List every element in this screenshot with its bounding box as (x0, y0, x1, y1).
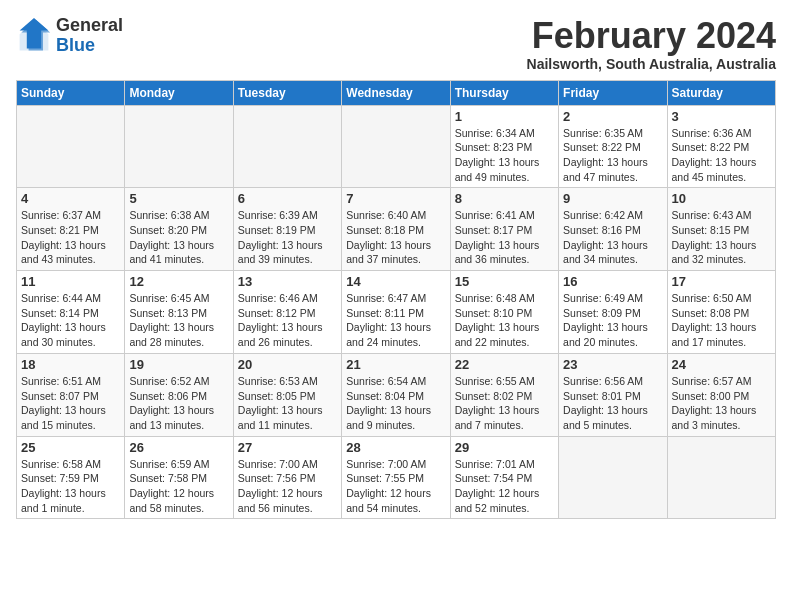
calendar-cell: 23Sunrise: 6:56 AM Sunset: 8:01 PM Dayli… (559, 353, 667, 436)
day-number: 19 (129, 357, 228, 372)
calendar-cell (17, 105, 125, 188)
calendar-cell: 3Sunrise: 6:36 AM Sunset: 8:22 PM Daylig… (667, 105, 775, 188)
day-info: Sunrise: 6:53 AM Sunset: 8:05 PM Dayligh… (238, 374, 337, 433)
day-info: Sunrise: 6:46 AM Sunset: 8:12 PM Dayligh… (238, 291, 337, 350)
location: Nailsworth, South Australia, Australia (527, 56, 776, 72)
day-number: 17 (672, 274, 771, 289)
weekday-header-thursday: Thursday (450, 80, 558, 105)
day-number: 2 (563, 109, 662, 124)
calendar-cell: 12Sunrise: 6:45 AM Sunset: 8:13 PM Dayli… (125, 271, 233, 354)
week-row-3: 11Sunrise: 6:44 AM Sunset: 8:14 PM Dayli… (17, 271, 776, 354)
day-info: Sunrise: 7:01 AM Sunset: 7:54 PM Dayligh… (455, 457, 554, 516)
calendar-cell: 16Sunrise: 6:49 AM Sunset: 8:09 PM Dayli… (559, 271, 667, 354)
calendar-cell: 13Sunrise: 6:46 AM Sunset: 8:12 PM Dayli… (233, 271, 341, 354)
day-number: 18 (21, 357, 120, 372)
calendar-cell: 6Sunrise: 6:39 AM Sunset: 8:19 PM Daylig… (233, 188, 341, 271)
calendar-cell: 22Sunrise: 6:55 AM Sunset: 8:02 PM Dayli… (450, 353, 558, 436)
weekday-header-friday: Friday (559, 80, 667, 105)
calendar-cell: 5Sunrise: 6:38 AM Sunset: 8:20 PM Daylig… (125, 188, 233, 271)
day-number: 20 (238, 357, 337, 372)
day-number: 26 (129, 440, 228, 455)
calendar-cell (125, 105, 233, 188)
calendar-cell: 8Sunrise: 6:41 AM Sunset: 8:17 PM Daylig… (450, 188, 558, 271)
day-number: 29 (455, 440, 554, 455)
calendar-cell: 10Sunrise: 6:43 AM Sunset: 8:15 PM Dayli… (667, 188, 775, 271)
day-number: 8 (455, 191, 554, 206)
day-info: Sunrise: 6:58 AM Sunset: 7:59 PM Dayligh… (21, 457, 120, 516)
day-number: 24 (672, 357, 771, 372)
title-block: February 2024 Nailsworth, South Australi… (527, 16, 776, 72)
day-info: Sunrise: 6:38 AM Sunset: 8:20 PM Dayligh… (129, 208, 228, 267)
weekday-header-row: SundayMondayTuesdayWednesdayThursdayFrid… (17, 80, 776, 105)
day-info: Sunrise: 6:40 AM Sunset: 8:18 PM Dayligh… (346, 208, 445, 267)
month-title: February 2024 (527, 16, 776, 56)
day-info: Sunrise: 6:54 AM Sunset: 8:04 PM Dayligh… (346, 374, 445, 433)
day-number: 5 (129, 191, 228, 206)
logo: General Blue (16, 16, 123, 56)
day-number: 9 (563, 191, 662, 206)
calendar-cell: 25Sunrise: 6:58 AM Sunset: 7:59 PM Dayli… (17, 436, 125, 519)
weekday-header-monday: Monday (125, 80, 233, 105)
day-number: 1 (455, 109, 554, 124)
calendar-cell: 19Sunrise: 6:52 AM Sunset: 8:06 PM Dayli… (125, 353, 233, 436)
calendar-cell (667, 436, 775, 519)
week-row-4: 18Sunrise: 6:51 AM Sunset: 8:07 PM Dayli… (17, 353, 776, 436)
logo-icon (16, 18, 52, 54)
day-info: Sunrise: 6:35 AM Sunset: 8:22 PM Dayligh… (563, 126, 662, 185)
day-number: 7 (346, 191, 445, 206)
day-number: 21 (346, 357, 445, 372)
day-number: 22 (455, 357, 554, 372)
calendar-cell: 9Sunrise: 6:42 AM Sunset: 8:16 PM Daylig… (559, 188, 667, 271)
day-info: Sunrise: 6:50 AM Sunset: 8:08 PM Dayligh… (672, 291, 771, 350)
day-number: 13 (238, 274, 337, 289)
day-info: Sunrise: 6:51 AM Sunset: 8:07 PM Dayligh… (21, 374, 120, 433)
day-info: Sunrise: 6:49 AM Sunset: 8:09 PM Dayligh… (563, 291, 662, 350)
calendar-cell (233, 105, 341, 188)
day-info: Sunrise: 7:00 AM Sunset: 7:55 PM Dayligh… (346, 457, 445, 516)
calendar-cell: 2Sunrise: 6:35 AM Sunset: 8:22 PM Daylig… (559, 105, 667, 188)
day-number: 11 (21, 274, 120, 289)
day-info: Sunrise: 6:57 AM Sunset: 8:00 PM Dayligh… (672, 374, 771, 433)
calendar-cell: 18Sunrise: 6:51 AM Sunset: 8:07 PM Dayli… (17, 353, 125, 436)
logo-general-text: General (56, 15, 123, 35)
day-info: Sunrise: 6:43 AM Sunset: 8:15 PM Dayligh… (672, 208, 771, 267)
day-info: Sunrise: 6:45 AM Sunset: 8:13 PM Dayligh… (129, 291, 228, 350)
page-header: General Blue February 2024 Nailsworth, S… (16, 16, 776, 72)
day-number: 15 (455, 274, 554, 289)
day-number: 27 (238, 440, 337, 455)
week-row-2: 4Sunrise: 6:37 AM Sunset: 8:21 PM Daylig… (17, 188, 776, 271)
calendar-cell: 17Sunrise: 6:50 AM Sunset: 8:08 PM Dayli… (667, 271, 775, 354)
day-info: Sunrise: 6:59 AM Sunset: 7:58 PM Dayligh… (129, 457, 228, 516)
calendar-cell: 28Sunrise: 7:00 AM Sunset: 7:55 PM Dayli… (342, 436, 450, 519)
week-row-5: 25Sunrise: 6:58 AM Sunset: 7:59 PM Dayli… (17, 436, 776, 519)
day-number: 3 (672, 109, 771, 124)
logo-blue-text: Blue (56, 35, 95, 55)
week-row-1: 1Sunrise: 6:34 AM Sunset: 8:23 PM Daylig… (17, 105, 776, 188)
day-info: Sunrise: 6:44 AM Sunset: 8:14 PM Dayligh… (21, 291, 120, 350)
weekday-header-tuesday: Tuesday (233, 80, 341, 105)
day-number: 14 (346, 274, 445, 289)
day-info: Sunrise: 6:48 AM Sunset: 8:10 PM Dayligh… (455, 291, 554, 350)
day-number: 10 (672, 191, 771, 206)
day-number: 25 (21, 440, 120, 455)
day-info: Sunrise: 6:34 AM Sunset: 8:23 PM Dayligh… (455, 126, 554, 185)
day-info: Sunrise: 6:42 AM Sunset: 8:16 PM Dayligh… (563, 208, 662, 267)
day-number: 16 (563, 274, 662, 289)
calendar-cell: 7Sunrise: 6:40 AM Sunset: 8:18 PM Daylig… (342, 188, 450, 271)
day-number: 28 (346, 440, 445, 455)
day-info: Sunrise: 6:39 AM Sunset: 8:19 PM Dayligh… (238, 208, 337, 267)
calendar-cell: 24Sunrise: 6:57 AM Sunset: 8:00 PM Dayli… (667, 353, 775, 436)
calendar-cell: 15Sunrise: 6:48 AM Sunset: 8:10 PM Dayli… (450, 271, 558, 354)
day-number: 23 (563, 357, 662, 372)
day-info: Sunrise: 7:00 AM Sunset: 7:56 PM Dayligh… (238, 457, 337, 516)
day-info: Sunrise: 6:55 AM Sunset: 8:02 PM Dayligh… (455, 374, 554, 433)
weekday-header-sunday: Sunday (17, 80, 125, 105)
day-info: Sunrise: 6:41 AM Sunset: 8:17 PM Dayligh… (455, 208, 554, 267)
day-info: Sunrise: 6:36 AM Sunset: 8:22 PM Dayligh… (672, 126, 771, 185)
calendar-cell: 4Sunrise: 6:37 AM Sunset: 8:21 PM Daylig… (17, 188, 125, 271)
calendar-cell: 26Sunrise: 6:59 AM Sunset: 7:58 PM Dayli… (125, 436, 233, 519)
day-number: 4 (21, 191, 120, 206)
calendar-cell: 29Sunrise: 7:01 AM Sunset: 7:54 PM Dayli… (450, 436, 558, 519)
calendar-table: SundayMondayTuesdayWednesdayThursdayFrid… (16, 80, 776, 520)
day-info: Sunrise: 6:37 AM Sunset: 8:21 PM Dayligh… (21, 208, 120, 267)
